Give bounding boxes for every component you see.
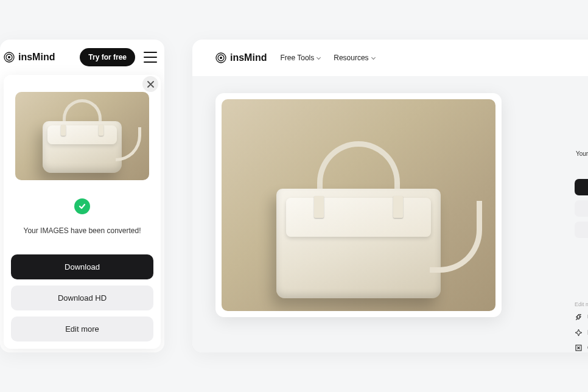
close-icon[interactable] (142, 76, 158, 92)
menu-icon[interactable] (144, 52, 157, 63)
success-check-icon (74, 198, 90, 214)
edit-more-title: Edit more (575, 301, 588, 307)
logo[interactable]: insMind (4, 52, 55, 63)
cutout-icon (575, 344, 583, 352)
result-image-preview (222, 99, 495, 311)
nav-free-tools-label: Free Tools (280, 54, 314, 62)
success-message: Your image have bee (576, 150, 588, 157)
magic-eraser-icon (575, 329, 583, 337)
try-for-free-button[interactable]: Try for free (80, 48, 135, 66)
nav-resources[interactable]: Resources (334, 54, 374, 62)
image-frame (215, 93, 502, 317)
upscaler-icon (575, 313, 583, 321)
download-hd-button[interactable]: Download HD (11, 285, 153, 310)
svg-point-2 (8, 56, 10, 58)
desktop-header: insMind Free Tools Resources Tr (192, 40, 588, 76)
magic-eraser-button[interactable]: Magic Eraser (575, 329, 588, 337)
logo[interactable]: insMind (215, 52, 267, 63)
desktop-panel: insMind Free Tools Resources Tr (192, 40, 588, 352)
mobile-result-card: Your IMAGES have been converted! Downloa… (4, 75, 161, 349)
svg-point-5 (220, 57, 222, 59)
logo-icon (215, 52, 226, 63)
upscaler-button[interactable]: Upscaler (575, 313, 588, 321)
edit-more-section: Edit more Upscaler Magic Eraser Cutout (575, 301, 588, 352)
edit-more-button[interactable]: Edit more (11, 317, 153, 341)
success-message: Your IMAGES have been converted! (23, 226, 141, 235)
mobile-panel: insMind Try for free (0, 40, 164, 352)
edit-button[interactable]: Edit (575, 222, 588, 238)
result-image-preview (15, 92, 149, 180)
chevron-down-icon (317, 55, 321, 59)
download-ultra-button[interactable]: Download ult (575, 200, 588, 217)
logo-icon (4, 52, 15, 63)
logo-text: insMind (18, 52, 55, 63)
logo-text: insMind (230, 52, 267, 63)
mobile-header: insMind Try for free (0, 40, 164, 75)
download-button[interactable]: Download (11, 254, 153, 279)
desktop-body: Your image have bee Downlo Download ult … (192, 76, 588, 352)
download-button[interactable]: Downlo (575, 179, 588, 195)
desktop-sidebar: Your image have bee Downlo Download ult … (566, 130, 588, 238)
nav-free-tools[interactable]: Free Tools (280, 54, 320, 62)
cutout-button[interactable]: Cutout (575, 344, 588, 352)
nav-resources-label: Resources (334, 54, 368, 62)
chevron-down-icon (371, 55, 376, 59)
